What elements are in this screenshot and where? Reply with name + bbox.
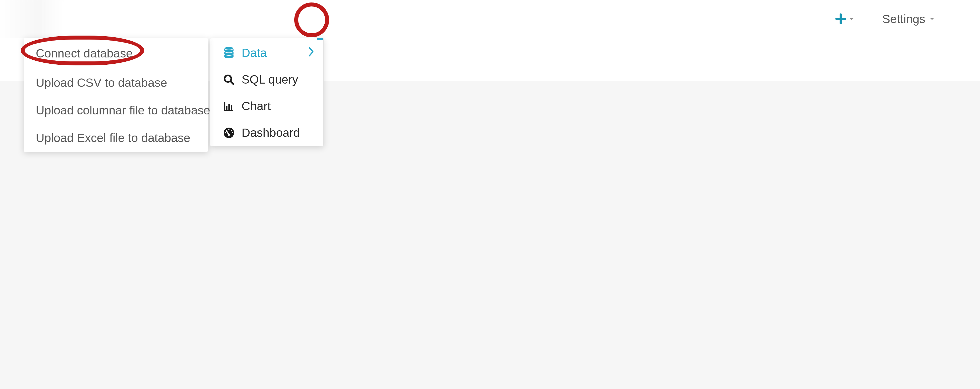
database-icon: [223, 47, 235, 59]
settings-button[interactable]: Settings: [882, 12, 935, 26]
menu-item-data[interactable]: Data: [210, 38, 323, 66]
new-button[interactable]: [835, 13, 855, 25]
plus-icon: [835, 13, 846, 25]
caret-down-icon: [848, 16, 855, 22]
svg-point-10: [228, 129, 230, 130]
menu-item-label: Data: [242, 46, 301, 60]
topbar-left-gradient: [0, 0, 65, 38]
bar-chart-icon: [223, 100, 235, 112]
data-submenu: Connect database Upload CSV to database …: [24, 38, 208, 152]
add-menu: Data SQL query Chart: [210, 38, 324, 146]
submenu-item-upload-csv[interactable]: Upload CSV to database: [24, 69, 208, 97]
menu-item-label: Chart: [242, 99, 314, 113]
svg-rect-3: [226, 106, 228, 110]
menu-item-label: Dashboard: [242, 126, 314, 140]
menu-item-sql-query[interactable]: SQL query: [210, 66, 323, 93]
gauge-icon: [223, 127, 235, 139]
svg-rect-5: [231, 105, 232, 110]
search-icon: [223, 74, 235, 85]
caret-down-icon: [929, 16, 935, 22]
svg-point-8: [225, 132, 226, 133]
topbar: Settings: [0, 0, 980, 38]
svg-point-12: [232, 132, 233, 133]
svg-point-11: [231, 130, 232, 131]
settings-label: Settings: [882, 12, 925, 26]
menu-item-chart[interactable]: Chart: [210, 93, 323, 120]
chevron-right-icon: [308, 47, 314, 59]
submenu-item-upload-columnar[interactable]: Upload columnar file to database: [24, 97, 208, 124]
submenu-item-label: Upload Excel file to database: [36, 131, 196, 145]
submenu-item-label: Connect database: [36, 46, 196, 60]
svg-rect-4: [228, 104, 230, 110]
menu-accent-bar: [317, 38, 323, 40]
submenu-item-label: Upload CSV to database: [36, 76, 196, 89]
svg-point-9: [226, 130, 227, 131]
submenu-item-label: Upload columnar file to database: [36, 104, 210, 117]
submenu-item-connect-database[interactable]: Connect database: [24, 38, 208, 69]
menu-item-label: SQL query: [242, 73, 314, 86]
menu-item-dashboard[interactable]: Dashboard: [210, 120, 323, 146]
submenu-item-upload-excel[interactable]: Upload Excel file to database: [24, 124, 208, 152]
